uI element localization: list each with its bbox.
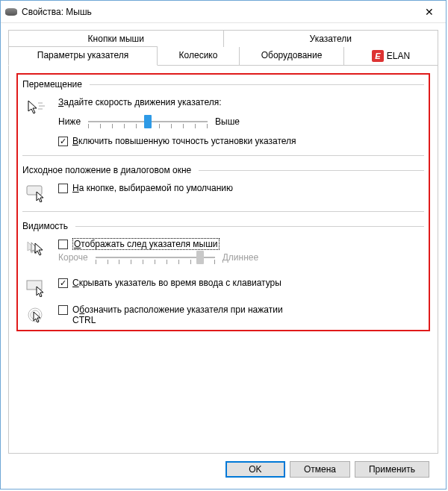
trails-icon [26,240,49,258]
trails-slider-wrap: Короче Длиннее [58,249,424,266]
tab-buttons[interactable]: Кнопки мыши [8,30,224,47]
highlight-border: Перемещение [16,73,430,331]
trails-label: Отображать след указателя мыши [72,239,424,249]
trails-checkbox[interactable] [58,240,68,249]
snap-checkbox[interactable] [58,184,68,193]
speed-label: Задайте скорость движения указателя: [58,97,424,107]
motion-cursor-icon [26,98,49,116]
tab-elan-label: ELAN [387,51,410,61]
tabs-row-1: Кнопки мыши Указатели [8,29,438,46]
precision-label: Включить повышенную точность установки у… [72,136,424,146]
trails-checkbox-row[interactable]: Отображать след указателя мыши [58,239,424,249]
svg-rect-3 [27,186,42,195]
hide-typing-icon [26,279,49,297]
trails-long: Длиннее [223,252,258,263]
precision-checkbox[interactable] [58,137,68,146]
trails-short: Короче [58,252,88,263]
speed-slider[interactable] [88,113,208,130]
tab-wheel[interactable]: Колесико [158,46,240,66]
snap-label: На кнопке, выбираемой по умолчанию [72,183,424,193]
speed-thumb[interactable] [144,115,152,128]
speed-slower: Ниже [58,116,81,127]
snap-checkbox-row[interactable]: На кнопке, выбираемой по умолчанию [58,183,424,193]
apply-button[interactable]: Применить [355,461,429,478]
snap-title: Исходное положение в диалоговом окне [22,165,194,175]
properties-dialog: Свойства: Мышь ✕ Кнопки мыши Указатели П… [0,0,447,490]
hide-checkbox-row[interactable]: Скрывать указатель во время ввода с клав… [58,278,424,288]
tab-panel: Перемещение [8,66,438,454]
snap-group: Исходное положение в диалоговом окне [22,165,424,202]
trails-thumb [196,251,204,264]
motion-group: Перемещение [22,79,424,146]
ctrl-locate-icon [26,306,49,324]
tab-hardware[interactable]: Оборудование [240,46,344,66]
speed-slider-wrap: Ниже Выше [58,113,424,130]
svg-rect-4 [27,281,42,290]
tab-pointers[interactable]: Указатели [224,30,439,47]
tab-pointer-options[interactable]: Параметры указателя [8,46,158,66]
ctrl-checkbox[interactable] [58,305,68,315]
motion-title: Перемещение [22,79,85,90]
trails-slider [96,249,215,266]
hide-checkbox[interactable] [58,278,68,288]
dialog-buttons: OK Отмена Применить [8,454,438,478]
snap-button-icon [26,184,49,202]
ctrl-checkbox-row[interactable]: Обозначить расположение указателя при на… [58,304,424,325]
window-title: Свойства: Мышь [22,7,412,17]
precision-checkbox-row[interactable]: Включить повышенную точность установки у… [58,136,424,146]
hide-label: Скрывать указатель во время ввода с клав… [72,278,424,288]
titlebar: Свойства: Мышь ✕ [1,1,446,23]
speed-faster: Выше [215,116,240,127]
tab-elan[interactable]: E ELAN [344,46,438,66]
elan-logo-icon: E [372,50,384,62]
visibility-title: Видимость [22,221,71,231]
visibility-group: Видимость [22,221,424,325]
mouse-icon [5,8,17,16]
tabs-row-2: Параметры указателя Колесико Оборудовани… [8,46,438,66]
ctrl-label: Обозначить расположение указателя при на… [72,304,424,325]
close-button[interactable]: ✕ [412,1,446,22]
cancel-button[interactable]: Отмена [290,461,350,478]
ok-button[interactable]: OK [225,461,285,478]
